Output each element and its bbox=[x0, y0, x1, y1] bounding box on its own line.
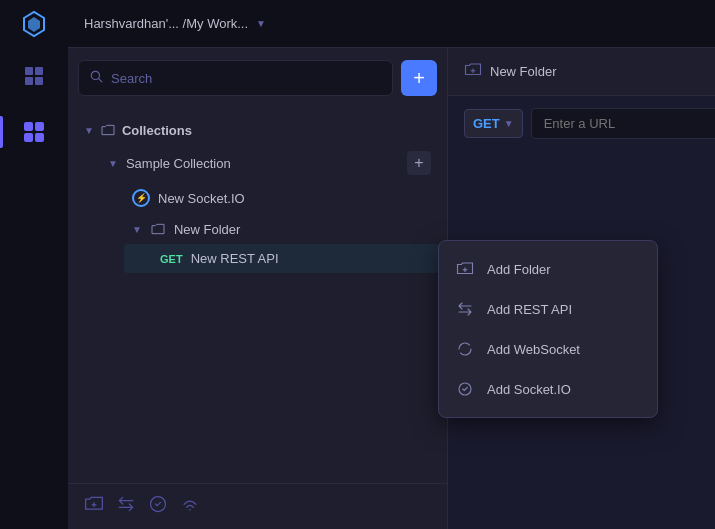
nav-home[interactable] bbox=[0, 48, 68, 104]
add-button[interactable]: + bbox=[401, 60, 437, 96]
sidebar-panel: + ▼ Collections ▼ bbox=[68, 48, 448, 529]
sample-collection-label: Sample Collection bbox=[126, 156, 231, 171]
menu-add-folder-label: Add Folder bbox=[487, 262, 551, 277]
rest-api-label: New REST API bbox=[191, 251, 279, 266]
search-bar: + bbox=[68, 48, 447, 108]
svg-rect-2 bbox=[25, 67, 33, 75]
sample-chevron-icon: ▼ bbox=[108, 158, 118, 169]
right-panel-title: New Folder bbox=[490, 64, 556, 79]
collections-label: Collections bbox=[122, 123, 192, 138]
new-folder-item[interactable]: ▼ New Folder bbox=[124, 214, 439, 244]
header-bar: Harshvardhan'... /My Work... ▼ bbox=[68, 0, 715, 48]
menu-add-websocket[interactable]: Add WebSocket bbox=[439, 329, 657, 369]
socket-io-label: New Socket.IO bbox=[158, 191, 245, 206]
svg-rect-3 bbox=[35, 67, 43, 75]
menu-add-folder[interactable]: Add Folder bbox=[439, 249, 657, 289]
new-folder-icon bbox=[150, 221, 166, 237]
header-title: Harshvardhan'... /My Work... bbox=[84, 16, 248, 31]
sample-collection-children: New Socket.IO ▼ New Folder bbox=[124, 182, 439, 273]
menu-add-socket-io[interactable]: Add Socket.IO bbox=[439, 369, 657, 409]
sample-collection-header[interactable]: ▼ Sample Collection + bbox=[100, 144, 439, 182]
content-area: + ▼ Collections ▼ bbox=[68, 48, 715, 529]
menu-add-rest-api[interactable]: Add REST API bbox=[439, 289, 657, 329]
svg-point-15 bbox=[189, 509, 191, 511]
app-logo bbox=[0, 0, 68, 48]
svg-rect-7 bbox=[35, 122, 44, 131]
svg-rect-6 bbox=[24, 122, 33, 131]
right-panel-header: New Folder bbox=[448, 48, 715, 96]
socket-io-menu-icon bbox=[455, 379, 475, 399]
rest-menu-icon bbox=[455, 299, 475, 319]
wifi-bottom-icon[interactable] bbox=[180, 494, 200, 519]
menu-add-socket-io-label: Add Socket.IO bbox=[487, 382, 571, 397]
search-wrapper bbox=[78, 60, 393, 96]
rest-api-item[interactable]: GET New REST API bbox=[124, 244, 439, 273]
socket-io-item[interactable]: New Socket.IO bbox=[124, 182, 439, 214]
folder-chevron-icon: ▼ bbox=[132, 224, 142, 235]
method-label: GET bbox=[473, 116, 500, 131]
url-input[interactable] bbox=[531, 108, 715, 139]
collections-tree: ▼ Collections ▼ Sample Collection + bbox=[68, 108, 447, 281]
collections-section: ▼ Collections ▼ Sample Collection + bbox=[68, 112, 447, 277]
sample-collection-add-button[interactable]: + bbox=[407, 151, 431, 175]
nav-collections[interactable] bbox=[0, 104, 68, 160]
search-input[interactable] bbox=[111, 71, 382, 86]
search-icon bbox=[89, 69, 103, 87]
rest-method-badge: GET bbox=[160, 253, 183, 265]
nav-bar bbox=[0, 0, 68, 529]
menu-add-websocket-label: Add WebSocket bbox=[487, 342, 580, 357]
collections-header[interactable]: ▼ Collections bbox=[76, 116, 439, 144]
folder-add-menu-icon bbox=[455, 259, 475, 279]
collections-chevron-icon: ▼ bbox=[84, 125, 94, 136]
new-folder-header-icon bbox=[464, 61, 482, 83]
socket-bottom-icon[interactable] bbox=[148, 494, 168, 519]
svg-rect-8 bbox=[24, 133, 33, 142]
header-chevron-icon: ▼ bbox=[256, 18, 266, 29]
add-folder-icon[interactable] bbox=[84, 494, 104, 519]
transfer-icon[interactable] bbox=[116, 494, 136, 519]
svg-rect-5 bbox=[35, 77, 43, 85]
collections-folder-icon bbox=[100, 122, 116, 138]
socket-io-icon bbox=[132, 189, 150, 207]
svg-line-11 bbox=[99, 79, 102, 82]
method-chevron-icon: ▼ bbox=[504, 118, 514, 129]
method-dropdown[interactable]: GET ▼ bbox=[464, 109, 523, 138]
sample-collection-group: ▼ Sample Collection + New Socket.IO bbox=[100, 144, 439, 273]
menu-add-rest-api-label: Add REST API bbox=[487, 302, 572, 317]
context-menu: Add Folder Add REST API bbox=[438, 240, 658, 418]
main-area: Harshvardhan'... /My Work... ▼ + bbox=[68, 0, 715, 529]
svg-rect-9 bbox=[35, 133, 44, 142]
svg-rect-4 bbox=[25, 77, 33, 85]
new-folder-label: New Folder bbox=[174, 222, 240, 237]
bottom-icons-bar bbox=[68, 483, 447, 529]
url-bar: GET ▼ bbox=[464, 108, 715, 139]
svg-marker-1 bbox=[28, 17, 40, 32]
websocket-menu-icon bbox=[455, 339, 475, 359]
